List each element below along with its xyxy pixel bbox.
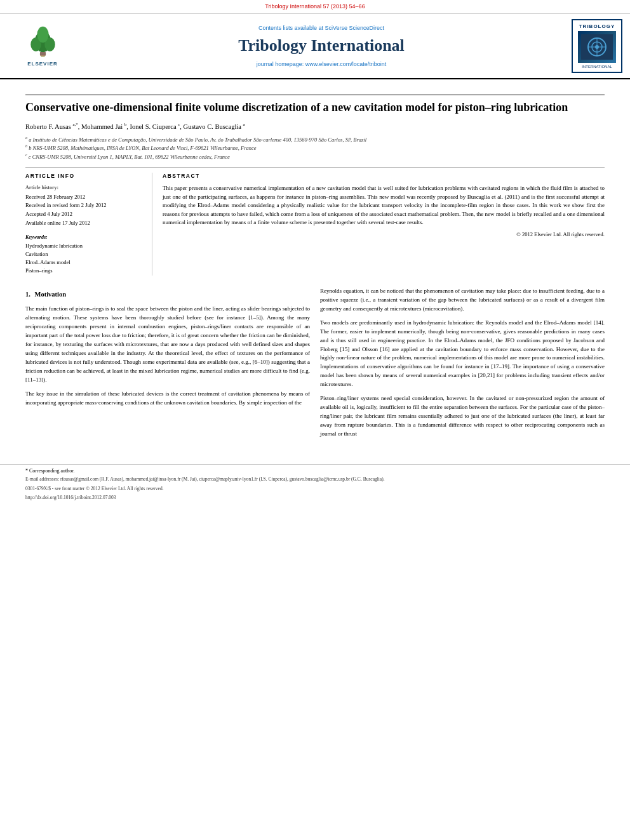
abstract-heading: ABSTRACT: [163, 173, 605, 180]
section1-para1: The main function of piston–rings is to …: [25, 305, 310, 384]
svg-point-5: [37, 27, 48, 43]
info-abstract-row: ARTICLE INFO Article history: Received 2…: [25, 173, 605, 275]
section1-heading: 1. Motivation: [25, 290, 310, 300]
section1-title: Motivation: [35, 291, 67, 298]
article-info-heading: ARTICLE INFO: [25, 173, 144, 180]
keyword-1: Hydrodynamic lubrication: [25, 243, 144, 250]
journal-bar-text: Tribology International 57 (2013) 54–66: [265, 3, 365, 10]
homepage-prefix: journal homepage:: [257, 61, 305, 67]
paper-area: Conservative one-dimensional finite volu…: [0, 79, 630, 454]
body-two-col: 1. Motivation The main function of pisto…: [25, 287, 605, 444]
keyword-2: Cavitation: [25, 251, 144, 258]
svg-rect-7: [39, 52, 45, 56]
revised-date: Received in revised form 2 July 2012: [25, 202, 144, 210]
received-date: Received 28 February 2012: [25, 194, 144, 201]
doi-text: http://dx.doi.org/10.1016/j.triboint.201…: [25, 495, 116, 500]
body-col-right: Reynolds equation, it can be noticed tha…: [320, 287, 605, 444]
section1-right-para1: Reynolds equation, it can be noticed tha…: [320, 287, 605, 314]
authors-line: Roberto F. Ausas a,*, Mohammed Jai b, Io…: [25, 122, 605, 131]
affiliation-a: a a Instituto de Ciências Matemáticas e …: [25, 135, 605, 144]
sciverse-prefix: Contents lists available at: [258, 25, 325, 31]
keyword-3: Elrod–Adams model: [25, 259, 144, 267]
sciverse-link-text[interactable]: SciVerse ScienceDirect: [325, 25, 385, 31]
doi-line: http://dx.doi.org/10.1016/j.triboint.201…: [25, 495, 605, 502]
article-info-col: ARTICLE INFO Article history: Received 2…: [25, 173, 152, 275]
affiliation-c: c c CNRS-UMR 5208, Université Lyon 1, MA…: [25, 152, 605, 161]
affiliations: a a Instituto de Ciências Matemáticas e …: [25, 135, 605, 161]
tribology-badge-title: TRIBOLOGY: [575, 23, 619, 30]
homepage-line: journal homepage: www.elsevier.com/locat…: [77, 60, 565, 69]
elsevier-logo: ELSEVIER: [25, 24, 60, 67]
keywords-section: Keywords: Hydrodynamic lubrication Cavit…: [25, 234, 144, 275]
journal-bar: Tribology International 57 (2013) 54–66: [0, 0, 630, 14]
sciverse-line: Contents lists available at SciVerse Sci…: [77, 24, 565, 32]
email-addresses: rfausas@gmail.com (R.F. Ausas), mohammed…: [60, 476, 385, 482]
tribology-badge-svg: [581, 34, 613, 60]
copyright: © 2012 Elsevier Ltd. All rights reserved…: [163, 231, 605, 239]
issn-text: 0301-679X/$ - see front matter © 2012 El…: [25, 486, 164, 491]
homepage-link[interactable]: www.elsevier.com/locate/triboint: [305, 61, 387, 67]
paper-title: Conservative one-dimensional finite volu…: [25, 100, 605, 115]
article-history-label: Article history:: [25, 184, 144, 191]
elsevier-label: ELSEVIER: [27, 60, 58, 67]
body-col-left: 1. Motivation The main function of pisto…: [25, 287, 310, 444]
abstract-text: This paper presents a conservative numer…: [163, 184, 605, 227]
keywords-label: Keywords:: [25, 234, 144, 241]
header: ELSEVIER Contents lists available at Sci…: [0, 14, 630, 80]
corresponding-label: * Corresponding author.: [25, 468, 75, 474]
accepted-date: Accepted 4 July 2012: [25, 211, 144, 218]
elsevier-logo-area: ELSEVIER: [8, 24, 77, 67]
journal-title: Tribology International: [77, 34, 565, 57]
section1-para2: The key issue in the simulation of these…: [25, 390, 310, 408]
issn-line: 0301-679X/$ - see front matter © 2012 El…: [25, 486, 605, 493]
keyword-4: Piston–rings: [25, 267, 144, 275]
affiliation-b: b b NRS-UMR 5208, Mathématiques, INSA de…: [25, 143, 605, 152]
section1-number: 1.: [25, 291, 30, 298]
available-date: Available online 17 July 2012: [25, 220, 144, 227]
top-rule: [25, 95, 605, 95]
abstract-col: ABSTRACT This paper presents a conservat…: [163, 173, 605, 275]
header-center: Contents lists available at SciVerse Sci…: [77, 24, 565, 69]
footer-area: * Corresponding author. E-mail addresses…: [0, 464, 630, 504]
tribology-intl-label: INTERNATIONAL: [575, 64, 619, 69]
corresponding-note: * Corresponding author.: [25, 467, 605, 474]
tribology-badge: TRIBOLOGY INTERNATIONAL: [572, 19, 622, 74]
tribology-badge-image: [578, 31, 616, 63]
email-note: E-mail addresses: rfausas@gmail.com (R.F…: [25, 476, 605, 483]
mid-rule: [25, 167, 605, 168]
section1-right-para3: Piston–ring/liner systems need special c…: [320, 394, 605, 439]
email-label: E-mail addresses:: [25, 476, 59, 482]
elsevier-tree-icon: [25, 24, 60, 59]
tribology-badge-area: TRIBOLOGY INTERNATIONAL: [565, 19, 622, 74]
section1-right-para2: Two models are predominantly used in hyd…: [320, 319, 605, 390]
